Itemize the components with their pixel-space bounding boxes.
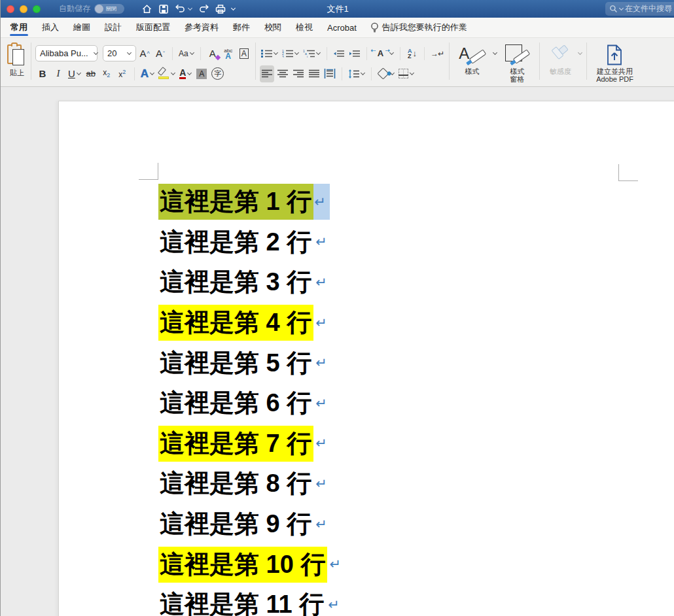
sort-button[interactable]: AZ↓ [405,45,419,62]
style-pane-icon [504,44,530,65]
print-button[interactable] [215,4,226,14]
styles-button[interactable]: A 樣式 [453,43,490,86]
redo-button[interactable] [198,4,209,14]
strikethrough-button[interactable]: ab [84,65,98,82]
tab-view[interactable]: 檢視 [289,18,320,37]
enclose-characters-button[interactable]: 字 [210,65,225,82]
doc-line-11[interactable]: 這裡是第 11 行↵ [158,585,341,616]
text-effects-button[interactable]: A [139,65,156,82]
tab-home[interactable]: 常用 [3,18,35,37]
tab-insert[interactable]: 插入 [35,18,66,37]
tab-references[interactable]: 參考資料 [177,18,226,37]
tab-review[interactable]: 校閱 [257,18,289,37]
doc-line-10-text[interactable]: 這裡是第 10 行 [158,547,327,583]
create-share-adobe-pdf-button[interactable]: 建立並共用Adobe PDF [591,43,639,83]
highlight-button[interactable] [157,65,177,82]
doc-line-5[interactable]: 這裡是第 5 行↵ [158,343,341,383]
doc-line-6-text[interactable]: 這裡是第 6 行 [158,385,313,421]
autosave-toggle-knob [95,5,103,13]
font-size-chevron [127,50,132,55]
customize-toolbar-button[interactable] [232,9,235,10]
font-color-button[interactable]: A [178,65,193,82]
underline-button[interactable]: U [67,65,82,82]
autosave-toggle[interactable]: 關閉 [94,4,124,14]
zoom-window-button[interactable] [33,5,41,13]
undo-button[interactable] [175,4,192,14]
doc-line-4-text[interactable]: 這裡是第 4 行 [158,305,313,341]
bold-button[interactable]: B [35,65,50,82]
sensitivity-label: 敏感度 [550,67,571,75]
phonetic-guide-button[interactable]: abcA [221,45,236,62]
multilevel-list-button[interactable]: 1ai [302,45,322,62]
tab-acrobat[interactable]: Acrobat [320,18,364,37]
numbering-button[interactable]: 123 [281,45,300,62]
align-right-button[interactable] [291,65,306,82]
justify-button[interactable] [307,65,321,82]
doc-line-6[interactable]: 這裡是第 6 行↵ [158,383,341,424]
align-center-button[interactable] [275,65,290,82]
doc-line-1-text[interactable]: 這裡是第 1 行 [158,184,313,220]
paragraph-mark: ↵ [315,396,327,411]
show-formatting-marks-button[interactable]: →↵ [429,45,445,62]
doc-line-5-text[interactable]: 這裡是第 5 行 [158,345,313,381]
minimize-window-button[interactable] [20,5,27,13]
doc-line-9-text[interactable]: 這裡是第 9 行 [158,506,313,542]
clear-formatting-button[interactable]: A [205,45,220,62]
doc-line-4[interactable]: 這裡是第 4 行↵ [158,303,341,343]
group-divider [449,43,450,80]
line-spacing-button[interactable] [347,65,366,82]
font-name-combo[interactable]: Alibaba Pu... [35,45,98,61]
asian-layout-button[interactable]: A [372,45,395,62]
superscript-button[interactable]: x2 [115,65,130,82]
decrease-indent-button[interactable] [332,45,346,62]
line-spacing-icon [348,69,359,78]
doc-line-10[interactable]: 這裡是第 10 行↵ [158,544,341,585]
search-scope-chevron[interactable] [619,5,624,10]
shading-button[interactable] [376,65,396,82]
paragraph-group: 123 1ai A AZ↓ →↵ [260,38,445,86]
undo-dropdown-chevron[interactable] [188,5,192,10]
search-input[interactable]: 在文件中搜尋 [605,2,674,16]
styles-dropdown-chevron[interactable] [493,50,497,55]
tab-mailings[interactable]: 郵件 [226,18,257,37]
doc-line-8-text[interactable]: 這裡是第 8 行 [158,466,313,502]
tell-me-box[interactable]: 告訴我您要執行的作業 [370,22,467,33]
change-case-button[interactable]: Aa [177,45,196,62]
shrink-font-button[interactable]: Aˇ [153,45,168,62]
character-shading-button[interactable]: A [194,65,209,82]
distribute-text-button[interactable] [323,65,337,82]
doc-line-2-text[interactable]: 這裡是第 2 行 [158,224,313,260]
autosave-control[interactable]: 自動儲存 關閉 [59,3,124,14]
close-window-button[interactable] [7,5,14,13]
font-size-combo[interactable]: 20 [103,45,136,61]
paste-button[interactable]: 貼上 [7,43,27,78]
grow-font-button[interactable]: A^ [137,45,152,62]
doc-line-2[interactable]: 這裡是第 2 行↵ [158,222,341,263]
doc-line-3-text[interactable]: 這裡是第 3 行 [158,264,313,300]
doc-line-3[interactable]: 這裡是第 3 行↵ [158,262,341,303]
borders-button[interactable] [397,65,416,82]
doc-line-8[interactable]: 這裡是第 8 行↵ [158,464,341,504]
doc-line-9[interactable]: 這裡是第 9 行↵ [158,504,341,545]
lightbulb-icon [370,22,379,33]
home-button[interactable] [141,4,152,14]
doc-line-1[interactable]: 這裡是第 1 行↵ [158,182,341,222]
sensitivity-stamp-icon [549,44,571,65]
character-border-button[interactable]: A [237,45,251,62]
doc-line-7[interactable]: 這裡是第 7 行↵ [158,424,341,464]
increase-indent-button[interactable] [347,45,362,62]
tab-layout[interactable]: 版面配置 [129,18,177,37]
document-page[interactable]: 這裡是第 1 行↵ 這裡是第 2 行↵ 這裡是第 3 行↵ 這裡是第 4 行↵ … [58,101,674,616]
doc-line-11-text[interactable]: 這裡是第 11 行 [158,587,326,616]
subscript-button[interactable]: x2 [99,65,114,82]
style-pane-button[interactable]: 樣式窗格 [499,43,535,86]
tab-draw[interactable]: 繪圖 [66,18,98,37]
home-icon [141,4,152,14]
align-left-button[interactable] [260,65,274,82]
paragraph-mark: ↵ [315,315,327,331]
tab-design[interactable]: 設計 [98,18,129,37]
italic-button[interactable]: I [51,65,65,82]
bullets-button[interactable] [260,45,279,62]
doc-line-7-text[interactable]: 這裡是第 7 行 [158,426,313,462]
save-button[interactable] [158,4,169,14]
